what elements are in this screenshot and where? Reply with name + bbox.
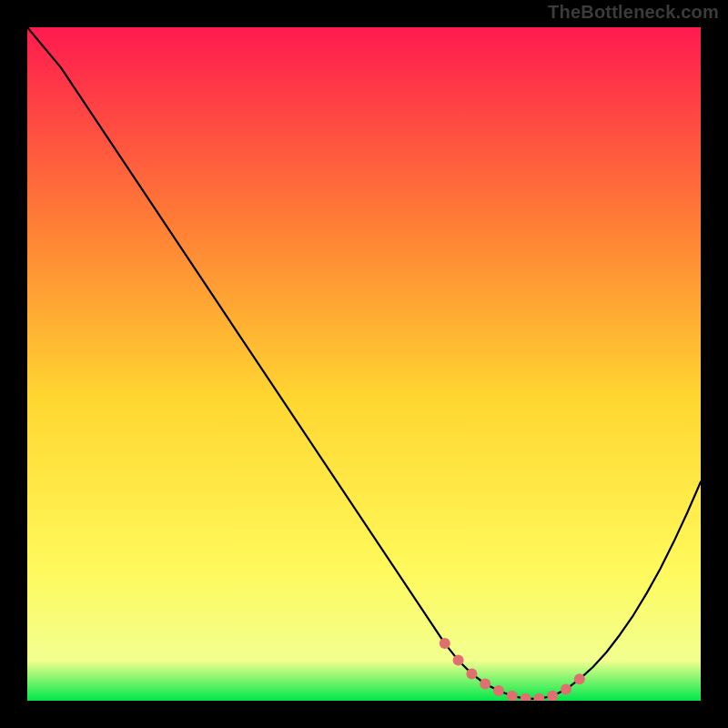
chart-frame: TheBottleneck.com [0,0,728,728]
curve-marker [453,655,464,666]
plot-area [27,27,701,701]
curve-marker [493,685,504,696]
chart-svg [27,27,701,701]
curve-marker [561,683,571,694]
gradient-background [27,27,701,701]
watermark-text: TheBottleneck.com [548,2,719,23]
curve-marker [480,679,490,690]
curve-marker [466,668,477,679]
curve-marker [440,638,450,649]
curve-marker [574,673,585,684]
